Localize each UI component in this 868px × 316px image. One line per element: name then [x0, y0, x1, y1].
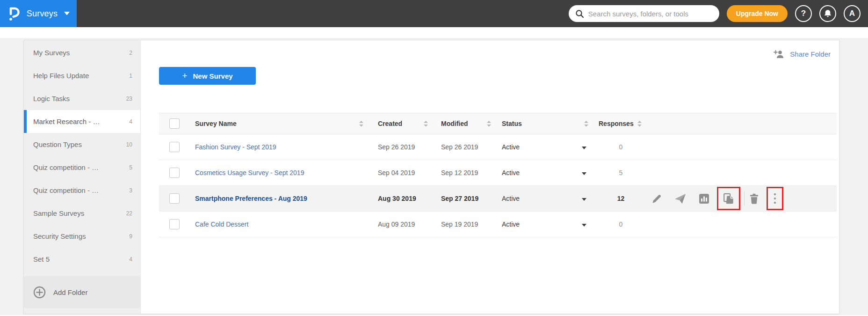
sidebar-item-quiz-competition-1[interactable]: Quiz competition - … 5 — [24, 156, 140, 179]
edit-button[interactable] — [651, 193, 662, 204]
avatar[interactable]: A — [844, 5, 861, 22]
sidebar-item-set-5[interactable]: Set 5 4 — [24, 248, 140, 271]
app-window: Surveys Upgrade Now ? A — [0, 0, 868, 316]
notifications-button[interactable] — [819, 5, 836, 22]
sidebar-item-logic-tasks[interactable]: Logic Tasks 23 — [24, 87, 140, 110]
survey-name-link[interactable]: Cosmetics Usage Survey - Sept 2019 — [195, 169, 304, 176]
copy-icon — [723, 193, 735, 205]
sidebar-item-my-surveys[interactable]: My Surveys 2 — [24, 41, 140, 64]
status-cell: Active — [493, 219, 594, 230]
survey-name-link[interactable]: Fashion Survey - Sept 2019 — [195, 143, 276, 151]
folder-label: Help Files Update — [33, 72, 89, 80]
sort-icon[interactable] — [487, 121, 491, 127]
sidebar-item-question-types[interactable]: Question Types 10 — [24, 133, 140, 156]
caret-down-icon — [582, 198, 586, 201]
sidebar-item-market-research[interactable]: Market Research - … 4 — [24, 110, 140, 133]
folder-label: Market Research - … — [33, 118, 100, 125]
modified-cell: Sep 19 2019 — [430, 220, 493, 228]
header-created[interactable]: Created — [367, 120, 430, 127]
table-row-highlighted: Smartphone Preferences - Aug 2019 Aug 30… — [159, 186, 837, 212]
new-survey-button[interactable]: + New Survey — [159, 67, 256, 85]
folder-label: Quiz competition - … — [33, 186, 99, 194]
folder-count: 2 — [129, 50, 132, 56]
status-label: Active — [502, 195, 520, 202]
status-dropdown[interactable] — [580, 141, 588, 153]
folder-count: 3 — [129, 187, 132, 194]
table-row: Cosmetics Usage Survey - Sept 2019 Sep 0… — [159, 160, 837, 186]
top-navbar: Surveys Upgrade Now ? A — [0, 0, 868, 27]
header-modified[interactable]: Modified — [430, 120, 493, 127]
survey-name-link[interactable]: Cafe Cold Dessert — [195, 220, 248, 228]
header-status[interactable]: Status — [493, 120, 594, 127]
copy-button[interactable] — [723, 193, 735, 205]
responses-cell: 0 — [594, 143, 648, 151]
more-annotation-box — [767, 187, 783, 210]
sort-icon[interactable] — [424, 121, 428, 127]
more-options-button[interactable] — [774, 193, 776, 204]
sort-icon[interactable] — [584, 121, 588, 127]
upgrade-now-button[interactable]: Upgrade Now — [727, 5, 788, 22]
share-folder-label: Share Folder — [790, 50, 831, 58]
row-checkbox[interactable] — [169, 142, 180, 152]
table-body: Fashion Survey - Sept 2019 Sep 26 2019 S… — [159, 134, 837, 237]
avatar-initial: A — [849, 9, 855, 18]
folder-label: Sample Surveys — [33, 209, 84, 217]
product-menu[interactable]: Surveys — [0, 0, 77, 27]
folder-label: Question Types — [33, 140, 82, 148]
app-logo-icon — [7, 5, 21, 22]
folder-count: 5 — [129, 164, 132, 171]
product-menu-label: Surveys — [27, 9, 58, 19]
status-label: Active — [502, 169, 520, 176]
folder-list: My Surveys 2 Help Files Update 1 Logic T… — [24, 40, 140, 271]
created-cell: Sep 04 2019 — [367, 169, 430, 176]
folders-sidebar: My Surveys 2 Help Files Update 1 Logic T… — [24, 40, 141, 314]
sort-icon[interactable] — [359, 121, 363, 127]
new-survey-label: New Survey — [193, 72, 233, 80]
status-cell: Active — [493, 193, 594, 204]
add-folder-button[interactable]: Add Folder — [24, 276, 140, 308]
header-responses[interactable]: Responses — [594, 120, 648, 127]
sidebar-item-help-files-update[interactable]: Help Files Update 1 — [24, 64, 140, 87]
header-survey-name[interactable]: Survey Name — [189, 120, 367, 127]
bar-chart-icon — [699, 193, 709, 204]
folder-count: 23 — [126, 96, 132, 102]
responses-cell: 5 — [594, 169, 648, 176]
share-folder-link[interactable]: Share Folder — [141, 40, 839, 60]
responses-cell: 12 — [594, 195, 648, 202]
row-checkbox[interactable] — [169, 219, 180, 229]
plus-icon: + — [182, 71, 187, 81]
status-label: Active — [502, 220, 520, 228]
select-all-checkbox[interactable] — [169, 118, 180, 129]
sidebar-item-security-settings[interactable]: Security Settings 9 — [24, 225, 140, 248]
sort-icon[interactable] — [637, 121, 642, 127]
row-checkbox[interactable] — [169, 193, 180, 204]
status-dropdown[interactable] — [580, 219, 588, 230]
status-dropdown[interactable] — [580, 193, 588, 204]
help-button[interactable]: ? — [795, 5, 812, 22]
three-dots-icon — [774, 193, 776, 204]
sidebar-item-sample-surveys[interactable]: Sample Surveys 22 — [24, 202, 140, 225]
send-button[interactable] — [674, 193, 687, 204]
caret-down-icon — [582, 224, 586, 227]
delete-button[interactable] — [749, 193, 759, 204]
folder-count: 4 — [129, 118, 132, 125]
survey-name-link[interactable]: Smartphone Preferences - Aug 2019 — [195, 195, 307, 202]
folder-label: Logic Tasks — [33, 95, 70, 103]
folder-content: Share Folder + New Survey Survey Name — [141, 40, 839, 314]
status-label: Active — [502, 143, 520, 151]
sidebar-item-quiz-competition-2[interactable]: Quiz competition - … 3 — [24, 179, 140, 202]
table-header-row: Survey Name Created Modified Status — [159, 113, 837, 134]
status-dropdown[interactable] — [580, 167, 588, 178]
folder-count: 4 — [129, 256, 132, 263]
content-card: My Surveys 2 Help Files Update 1 Logic T… — [23, 40, 839, 314]
row-checkbox[interactable] — [169, 168, 180, 178]
share-person-icon — [774, 50, 784, 59]
modified-cell: Sep 26 2019 — [430, 143, 493, 151]
created-cell: Sep 26 2019 — [367, 143, 430, 151]
reports-button[interactable] — [699, 193, 709, 204]
header-checkbox-cell — [159, 118, 189, 129]
global-search[interactable] — [569, 5, 719, 22]
surveys-table: Survey Name Created Modified Status — [159, 113, 837, 237]
search-input[interactable] — [588, 10, 713, 18]
created-cell: Aug 30 2019 — [367, 195, 430, 202]
